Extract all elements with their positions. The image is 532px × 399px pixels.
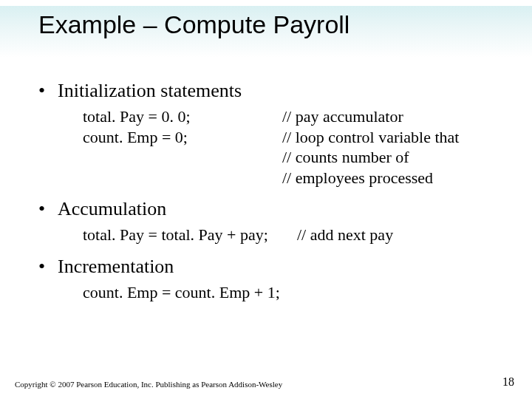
copyright-footer: Copyright © 2007 Pearson Education, Inc.… <box>15 380 282 389</box>
bullet-label: Accumulation <box>58 198 166 220</box>
init-code-blank <box>83 147 282 168</box>
init-code-2: count. Emp = 0; <box>83 127 282 148</box>
accum-block: total. Pay = total. Pay + pay; // add ne… <box>83 225 497 245</box>
bullet-label: Initialization statements <box>58 80 242 102</box>
init-row-2: count. Emp = 0; // loop control variable… <box>83 127 497 148</box>
accum-code: total. Pay = total. Pay + pay; <box>83 225 297 245</box>
accum-row: total. Pay = total. Pay + pay; // add ne… <box>83 225 497 245</box>
page-number: 18 <box>502 375 514 389</box>
bullet-incrementation: • Incrementation <box>38 256 497 278</box>
bullet-accumulation: • Accumulation <box>38 198 497 220</box>
slide: Example – Compute Payroll • Initializati… <box>0 0 532 399</box>
slide-body: • Initialization statements total. Pay =… <box>38 74 497 302</box>
incr-block: count. Emp = count. Emp + 1; <box>83 282 497 303</box>
incr-code: count. Emp = count. Emp + 1; <box>83 282 319 303</box>
init-row-1: total. Pay = 0. 0; // pay accumulator <box>83 106 497 127</box>
init-comment-1: // pay accumulator <box>282 106 497 127</box>
init-comment-2b: // counts number of <box>282 147 497 168</box>
bullet-dot-icon: • <box>38 256 58 278</box>
slide-title: Example – Compute Payroll <box>38 10 349 39</box>
init-code-blank-2 <box>83 168 282 188</box>
init-comment-2a: // loop control variable that <box>282 127 497 148</box>
init-comment-2c: // employees processed <box>282 168 497 188</box>
accum-comment: // add next pay <box>297 225 497 245</box>
bullet-initialization: • Initialization statements <box>38 80 497 102</box>
init-block: total. Pay = 0. 0; // pay accumulator co… <box>83 106 497 188</box>
incr-row: count. Emp = count. Emp + 1; <box>83 282 497 303</box>
bullet-dot-icon: • <box>38 198 58 220</box>
bullet-label: Incrementation <box>58 256 174 278</box>
init-row-4: // employees processed <box>83 168 497 188</box>
init-code-1: total. Pay = 0. 0; <box>83 106 282 127</box>
bullet-dot-icon: • <box>38 80 58 102</box>
init-row-3: // counts number of <box>83 147 497 168</box>
